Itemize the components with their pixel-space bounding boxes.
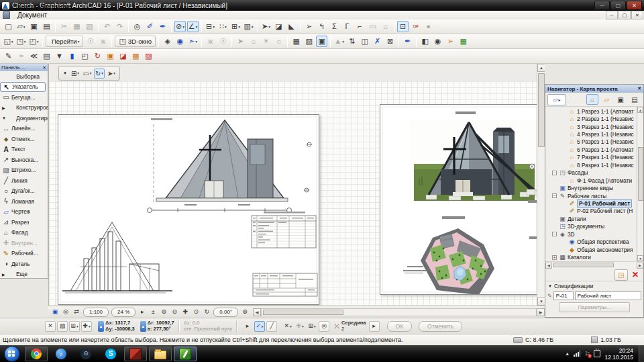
zoom-field[interactable]: 24 % — [111, 308, 136, 317]
cut-3d-button[interactable]: ✗ — [372, 36, 383, 47]
fit-in-window-button[interactable]: ⊙ — [191, 308, 201, 317]
rotation-angle-field[interactable]: 0.00° — [213, 308, 238, 317]
menu-document[interactable]: Документ — [13, 11, 76, 19]
ok-button[interactable]: ОК — [387, 321, 413, 332]
taskbar-itunes[interactable] — [50, 347, 72, 361]
cursor-snap-button[interactable]: ✓▸ — [254, 321, 265, 332]
toolbar-button[interactable] — [42, 36, 43, 47]
scale-field[interactable]: 1:100 — [83, 308, 109, 317]
toolbox-group-select[interactable]: Выборка — [0, 71, 48, 82]
sum-button[interactable]: Σ — [329, 21, 340, 32]
paste-view-settings-button[interactable]: ▧ — [303, 36, 315, 47]
cancel-button[interactable]: Отменить — [419, 321, 462, 332]
render-button[interactable]: ◧ — [419, 36, 431, 47]
project-chooser-button[interactable]: ▱ — [547, 94, 566, 105]
fillet-button[interactable]: ⌐ — [354, 21, 366, 32]
paste-button[interactable]: ▧ — [84, 21, 95, 32]
snapshot-button[interactable]: ◉ — [432, 36, 443, 47]
zoom-out-button[interactable]: ⊖ — [170, 308, 180, 317]
scrollbar-thumb[interactable] — [538, 73, 545, 147]
taskbar-steam[interactable] — [74, 347, 97, 361]
inject-parameters-button[interactable]: ✒ — [157, 21, 168, 32]
tool-arc[interactable]: Дуга/ок... — [0, 186, 48, 197]
toolbar-button[interactable] — [128, 21, 129, 32]
surface-paint-button[interactable]: ✒ — [402, 36, 413, 47]
align-view-button[interactable]: ⇅ — [346, 36, 358, 47]
tree-section-6[interactable]: 6 Разрез 1-1 (Автомат — [545, 146, 643, 153]
toolbar-button[interactable] — [416, 36, 417, 47]
orbit2-button[interactable]: ☉ — [217, 36, 229, 47]
fit-frame-button[interactable]: ◫ — [359, 36, 370, 47]
tray-expand-icon[interactable]: ▲ — [565, 351, 570, 356]
toolbar-button[interactable] — [55, 21, 56, 32]
section-document[interactable]: ▼ Документиро — [0, 113, 48, 124]
more-options-button[interactable]: ▸ — [138, 308, 148, 317]
tool-section[interactable]: Разрез — [0, 217, 48, 228]
rotate-view-button[interactable]: ↻ — [202, 308, 212, 317]
action-center-icon[interactable]: ⚐ — [584, 351, 590, 357]
tree-section-1[interactable]: 1 Разрез 1-1 (Автомат — [545, 107, 643, 115]
taskbar-dota2[interactable] — [124, 347, 147, 361]
toolbar-button[interactable] — [287, 36, 288, 47]
projection-3d-button[interactable]: ◈ — [162, 36, 173, 47]
restore-button[interactable]: ▢ — [610, 1, 626, 10]
open-button[interactable]: ▱▾ — [15, 21, 27, 32]
float-window-button[interactable]: ◳▾ — [15, 36, 27, 47]
item-id-field[interactable]: Р-01 — [553, 291, 574, 300]
tool-worksheet[interactable]: Рабочий... — [0, 248, 48, 259]
coords-close-button[interactable]: ✕ — [45, 321, 56, 332]
tree-interior-views[interactable]: Внутренние виды — [545, 184, 643, 191]
toolbar-button[interactable] — [330, 36, 331, 47]
tool-polyline[interactable]: Ломаная — [0, 196, 48, 207]
zoom-in-button[interactable]: ⊕ — [159, 308, 169, 317]
tree-3d-documents[interactable]: 3D-документы — [545, 223, 643, 230]
save-button[interactable]: ▣ — [28, 21, 40, 32]
layers-button[interactable]: ▥▾ — [243, 21, 254, 32]
section-more[interactable]: ▶ Еще — [0, 269, 48, 280]
cursor-tool-button[interactable]: ➤▾ — [106, 69, 117, 79]
show-desktop-button[interactable] — [639, 345, 644, 362]
tool-marquee[interactable]: Бегуща... — [0, 92, 48, 103]
edit-inplace-button[interactable]: ▣ — [316, 36, 327, 47]
worksheet-canvas[interactable]: ✕ ▼⊞▾▭▾↻▾➤▾ — [48, 64, 545, 306]
origin-button[interactable]: ✚▾ — [81, 321, 92, 332]
toolbar-button[interactable] — [300, 21, 301, 32]
mdi-minimize-button[interactable]: ─ — [606, 11, 618, 19]
toolbar-button[interactable] — [201, 36, 202, 47]
walk-button[interactable]: ж — [205, 36, 216, 47]
terrain-button[interactable]: ▲▾ — [333, 36, 345, 47]
tab-project-map[interactable]: ⌂ — [586, 94, 598, 105]
taskbar-skype[interactable] — [99, 347, 122, 361]
snap-wand-button[interactable]: ◎ — [319, 321, 329, 332]
tool-level[interactable]: Отметк... — [0, 134, 48, 144]
toolbar-button[interactable] — [257, 21, 258, 32]
fit-window-button[interactable]: ◰▾ — [28, 36, 40, 47]
snap-points-button[interactable]: ∷▾ — [217, 21, 229, 32]
zoom-box-button[interactable]: ◎ — [61, 308, 71, 317]
worksheet-sheet-right[interactable] — [380, 104, 539, 295]
toolbar-button[interactable] — [394, 21, 394, 32]
delete-item-button[interactable]: ✕ — [629, 270, 641, 280]
stairs-button[interactable]: ≪ — [28, 50, 40, 62]
box-button[interactable]: ▭ — [367, 21, 378, 32]
copy-view-settings-button[interactable]: ▦ — [290, 36, 302, 47]
flyover-button[interactable]: ➢ — [445, 36, 456, 47]
undo-button[interactable]: ↶ — [101, 21, 113, 32]
mesh-button[interactable]: ≈ — [15, 50, 27, 62]
suspend-groups-button[interactable]: ⊘▾ — [174, 21, 186, 32]
path-3d-button[interactable]: ➣▾ — [187, 36, 199, 47]
tree-details[interactable]: Детали — [545, 215, 643, 222]
tool-arrow[interactable]: Указатель — [0, 82, 46, 93]
new-viewpoint-button[interactable]: ◳ — [614, 269, 628, 281]
sun-button[interactable]: ☀ — [260, 36, 272, 47]
tool-detail[interactable]: Деталь — [0, 259, 48, 269]
gravity-button[interactable]: ∠▾ — [187, 21, 199, 32]
specifications-section[interactable]: ▼ Спецификации — [545, 281, 643, 290]
item-name-field[interactable]: Рабочий лист — [575, 291, 641, 300]
taskbar-archicad[interactable] — [174, 347, 197, 361]
schedules-button[interactable]: ▦ — [130, 50, 142, 62]
tab-view-map[interactable]: ▱ — [600, 94, 612, 105]
camera-3d-button[interactable]: ◉ — [174, 36, 186, 47]
scroll-down-icon[interactable]: ▼ — [537, 298, 545, 306]
tree-section-4[interactable]: 4 Разрез 1-1 (Независ — [545, 130, 643, 138]
